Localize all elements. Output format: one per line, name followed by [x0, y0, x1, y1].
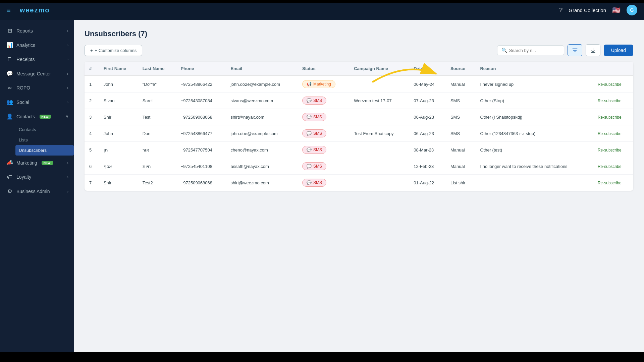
sidebar-item-label: ROPO	[16, 85, 30, 90]
cell-campaign: Test From Shai copy	[349, 125, 409, 142]
sidebar-subitem-unsubscribers[interactable]: Unsubscribers	[15, 145, 74, 156]
resubscribe-link[interactable]: Re-subscribe	[598, 148, 622, 153]
upload-button[interactable]: Upload	[604, 45, 633, 56]
page-title: Unsubscribers (7)	[85, 29, 633, 38]
cell-num: 4	[85, 125, 99, 142]
resubscribe-link[interactable]: Re-subscribe	[598, 181, 622, 185]
sidebar-item-contacts[interactable]: 👤 Contacts NEW! ∨	[0, 109, 74, 124]
cell-last-name: "Do""e"	[138, 76, 176, 93]
cell-campaign	[349, 76, 409, 93]
cell-last-name: חיות	[138, 158, 176, 175]
col-header-first-name: First Name	[99, 62, 138, 76]
status-badge: 💬 SMS	[302, 179, 326, 187]
message-center-icon: 💬	[6, 70, 13, 77]
col-header-source: Source	[446, 62, 476, 76]
cell-date: 06-Aug-23	[409, 125, 446, 142]
cell-action[interactable]: Re-subscribe	[593, 175, 633, 191]
cell-source: Manual	[446, 142, 476, 158]
resubscribe-link[interactable]: Re-subscribe	[598, 131, 622, 136]
col-header-email: Email	[226, 62, 298, 76]
cell-phone: +972547707504	[176, 142, 226, 158]
cell-source: List shir	[446, 175, 476, 191]
col-header-reason: Reason	[475, 62, 593, 76]
hamburger-icon[interactable]: ≡	[7, 6, 11, 14]
customize-columns-button[interactable]: + + Customize columns	[85, 45, 142, 56]
resubscribe-link[interactable]: Re-subscribe	[598, 115, 622, 120]
cell-status: 💬 SMS	[298, 175, 349, 191]
marketing-icon: 📣	[6, 160, 13, 166]
cell-date: 07-Aug-23	[409, 93, 446, 109]
cell-email: assafh@nayax.com	[226, 158, 298, 175]
cell-action[interactable]: Re-subscribe	[593, 158, 633, 175]
customize-columns-label: + Customize columns	[95, 48, 137, 53]
cell-source: SMS	[446, 93, 476, 109]
cell-action[interactable]: Re-subscribe	[593, 93, 633, 109]
cell-campaign: Weezmo test 17-07	[349, 93, 409, 109]
cell-reason	[475, 175, 593, 191]
search-icon: 🔍	[501, 48, 507, 53]
avatar[interactable]: G	[627, 5, 637, 15]
cell-last-name: Test2	[138, 175, 176, 191]
sidebar-item-analytics[interactable]: 📊 Analytics ›	[0, 38, 74, 52]
status-icon: 💬	[307, 164, 312, 169]
sidebar-item-receipts[interactable]: 🗒 Receipts ›	[0, 52, 74, 66]
cell-status: 💬 SMS	[298, 93, 349, 109]
chevron-right-icon: ›	[67, 86, 68, 90]
sidebar-item-ropo[interactable]: ∞ ROPO ›	[0, 81, 74, 95]
cell-first-name: John	[99, 76, 138, 93]
download-button[interactable]	[586, 44, 600, 56]
receipts-icon: 🗒	[6, 56, 13, 62]
status-badge: 📢 Marketing	[302, 80, 335, 88]
cell-action[interactable]: Re-subscribe	[593, 76, 633, 93]
cell-first-name: Shir	[99, 175, 138, 191]
status-badge: 💬 SMS	[302, 162, 326, 170]
filter-button[interactable]	[568, 44, 582, 56]
table-row: 7 Shir Test2 +972509068068 shirt@weezmo.…	[85, 175, 633, 191]
chevron-right-icon: ›	[67, 189, 68, 193]
sidebar-item-label: Reports	[16, 28, 33, 34]
cell-action[interactable]: Re-subscribe	[593, 109, 633, 125]
cell-campaign	[349, 142, 409, 158]
sidebar-item-marketing[interactable]: 📣 Marketing NEW! ›	[0, 156, 74, 170]
col-header-campaign: Campaign Name	[349, 62, 409, 76]
cell-email: cheno@nayax.com	[226, 142, 298, 158]
cell-status: 📢 Marketing	[298, 76, 349, 93]
cell-phone: +972548866477	[176, 125, 226, 142]
chevron-right-icon: ›	[67, 72, 68, 76]
ropo-icon: ∞	[6, 85, 13, 91]
chevron-right-icon: ›	[67, 29, 68, 33]
status-icon: 💬	[307, 115, 312, 119]
sidebar-subitem-lists[interactable]: Lists	[15, 135, 74, 145]
filter-icon	[572, 47, 578, 53]
search-input[interactable]	[509, 48, 560, 53]
cell-status: 💬 SMS	[298, 109, 349, 125]
cell-num: 7	[85, 175, 99, 191]
social-icon: 👥	[6, 99, 13, 105]
cell-email: shirt@weezmo.com	[226, 175, 298, 191]
contacts-submenu: Contacts Lists Unsubscribers	[0, 124, 74, 156]
search-box[interactable]: 🔍	[497, 45, 564, 55]
main-content: Unsubscribers (7) + + Customize columns …	[74, 20, 644, 362]
sidebar-item-label: Social	[16, 100, 29, 105]
sidebar-item-loyalty[interactable]: 🏷 Loyalty ›	[0, 170, 74, 184]
resubscribe-link[interactable]: Re-subscribe	[598, 82, 622, 87]
cell-action[interactable]: Re-subscribe	[593, 142, 633, 158]
status-icon: 💬	[307, 98, 312, 103]
help-icon[interactable]: ?	[559, 7, 562, 14]
sidebar-subitem-contacts[interactable]: Contacts	[15, 124, 74, 135]
plus-icon: +	[90, 48, 93, 53]
toolbar-row: + + Customize columns 🔍 Upl	[85, 44, 633, 56]
sidebar-item-social[interactable]: 👥 Social ›	[0, 95, 74, 109]
cell-num: 2	[85, 93, 99, 109]
toolbar-right: 🔍 Upload	[497, 44, 633, 56]
cell-phone: +972548866422	[176, 76, 226, 93]
resubscribe-link[interactable]: Re-subscribe	[598, 99, 622, 103]
cell-action[interactable]: Re-subscribe	[593, 125, 633, 142]
sidebar-item-reports[interactable]: ⊞ Reports ›	[0, 23, 74, 38]
cell-status: 💬 SMS	[298, 158, 349, 175]
cell-num: 1	[85, 76, 99, 93]
sidebar-item-business-admin[interactable]: ⚙ Business Admin ›	[0, 184, 74, 198]
resubscribe-link[interactable]: Re-subscribe	[598, 164, 622, 169]
cell-reason: Other (Stop)	[475, 93, 593, 109]
sidebar-item-message-center[interactable]: 💬 Message Center ›	[0, 66, 74, 81]
